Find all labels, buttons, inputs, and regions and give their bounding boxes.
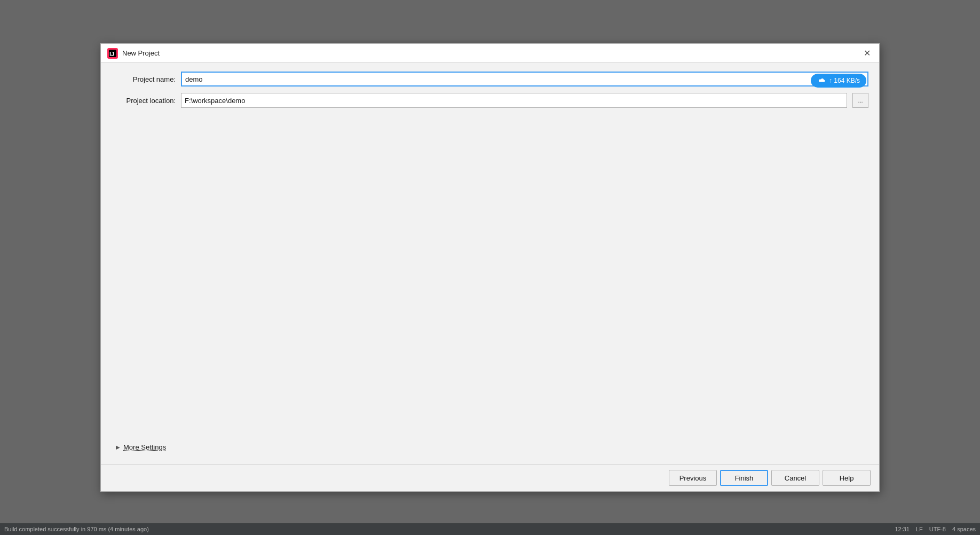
dialog-title-area: IJ New Project [107, 48, 160, 59]
more-settings-row[interactable]: ▶ More Settings [112, 439, 868, 455]
cancel-button[interactable]: Cancel [771, 470, 819, 486]
help-button[interactable]: Help [823, 470, 871, 486]
status-encoding: LF [916, 526, 923, 532]
svg-text:IJ: IJ [109, 51, 114, 57]
project-location-label: Project location: [112, 97, 176, 105]
dialog-content: Project name: Project location: ... ↑ 16… [101, 63, 879, 464]
status-bar: Build completed successfully in 970 ms (… [0, 523, 980, 535]
status-indent: 4 spaces [952, 526, 976, 532]
middle-area [112, 114, 868, 432]
intellij-icon: IJ [107, 48, 118, 59]
project-location-input[interactable] [181, 93, 847, 108]
project-name-row: Project name: [112, 72, 868, 86]
status-charset: UTF-8 [929, 526, 946, 532]
cloud-icon [817, 76, 826, 85]
project-name-label: Project name: [112, 75, 176, 83]
project-location-row: Project location: ... [112, 93, 868, 108]
browse-button[interactable]: ... [852, 93, 868, 108]
finish-button[interactable]: Finish [720, 470, 768, 486]
dialog-footer: Previous Finish Cancel Help [101, 464, 879, 491]
status-message: Build completed successfully in 970 ms (… [4, 526, 149, 532]
dialog-title-text: New Project [122, 49, 160, 57]
upload-badge: ↑ 164 KB/s [811, 74, 866, 88]
status-right: 12:31 LF UTF-8 4 spaces [895, 526, 976, 532]
project-name-input[interactable] [181, 72, 868, 86]
status-position: 12:31 [895, 526, 910, 532]
new-project-dialog: IJ New Project ✕ Project name: Project l… [100, 43, 880, 492]
dialog-titlebar: IJ New Project ✕ [101, 44, 879, 63]
previous-button[interactable]: Previous [669, 470, 717, 486]
more-settings-label: More Settings [123, 443, 166, 451]
upload-speed-text: ↑ 164 KB/s [829, 77, 860, 84]
close-button[interactable]: ✕ [861, 48, 873, 59]
chevron-right-icon: ▶ [116, 444, 120, 450]
